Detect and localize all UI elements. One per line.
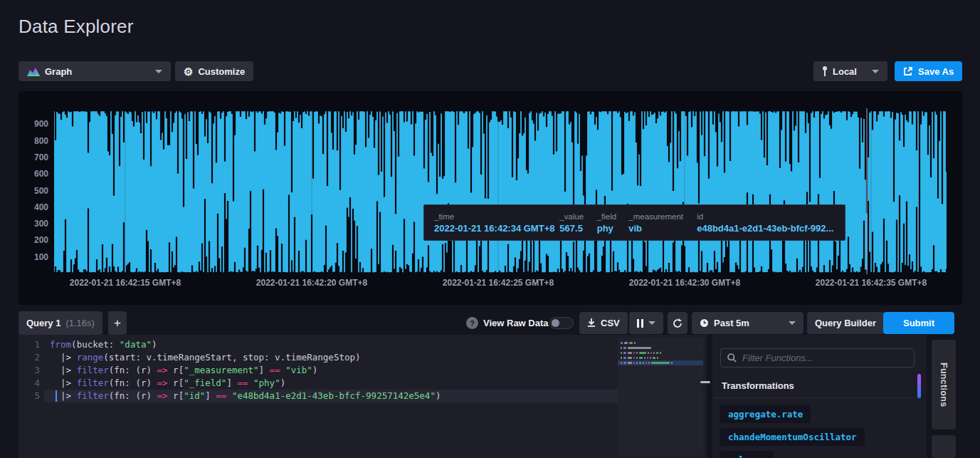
minimap-line [621, 352, 661, 354]
chevron-down-icon [648, 321, 655, 325]
code-text: |> filter(fn: (r) => r["_field"] == "phy… [50, 377, 285, 390]
gear-icon: ⚙ [184, 66, 193, 77]
tooltip-value: phy [597, 223, 629, 234]
time-series-plot[interactable] [54, 108, 947, 274]
time-range-dropdown[interactable]: Past 5m [692, 312, 804, 334]
csv-label: CSV [601, 318, 620, 328]
code-text: from(bucket: "data") [50, 338, 157, 351]
line-number: 4 [19, 377, 40, 390]
toggle-knob [552, 319, 559, 327]
refresh-button[interactable] [668, 312, 687, 334]
y-tick-label: 300 [20, 219, 48, 229]
clock-icon [700, 318, 709, 328]
view-raw-data-toggle[interactable] [549, 317, 574, 329]
query-tab-duration: (1.16s) [65, 318, 94, 328]
filter-functions-input[interactable] [720, 348, 915, 368]
x-tick-label: 2022-01-21 16:42:25 GMT+8 [431, 278, 566, 288]
tooltip-header: _time [434, 212, 559, 221]
tooltip-column: _measurementvib [628, 212, 697, 234]
code-text: |> range(start: v.timeRangeStart, stop: … [50, 351, 361, 364]
line-number: 5 [19, 390, 40, 402]
graph-panel: 900800700600500400300200100 2022-01-21 1… [19, 91, 962, 305]
tooltip-value: e48bd4a1-e2d1-43eb-bfcf-992... [697, 223, 835, 234]
view-type-dropdown[interactable]: Graph [19, 61, 171, 81]
minimap-line [621, 357, 658, 359]
code-line: 5 |> filter(fn: (r) => r["id"] == "e48bd… [19, 390, 707, 402]
time-range-label: Past 5m [714, 318, 749, 328]
local-label: Local [833, 66, 857, 77]
graph-type-icon [27, 66, 40, 76]
query-tab[interactable]: Query 1 (1.16s) [19, 311, 102, 335]
csv-download-button[interactable]: CSV [579, 312, 628, 334]
pause-dropdown-button[interactable] [629, 312, 663, 334]
y-tick-label: 700 [20, 152, 48, 162]
refresh-icon [673, 318, 683, 328]
transformations-section-title: Transformations [722, 380, 794, 391]
y-tick-label: 400 [20, 202, 48, 212]
view-type-label: Graph [45, 66, 72, 77]
save-as-button[interactable]: Save As [895, 61, 962, 81]
panel-scrollbar[interactable] [917, 374, 921, 398]
minimap-line [621, 362, 673, 364]
download-icon [587, 318, 596, 328]
customize-label: Customize [198, 66, 245, 77]
code-line: 3 |> filter(fn: (r) => r["_measurement"]… [19, 364, 707, 377]
y-tick-label: 100 [20, 252, 48, 262]
x-tick-label: 2022-01-21 16:42:30 GMT+8 [617, 278, 752, 288]
tooltip-column: _fieldphy [597, 212, 629, 234]
tooltip-header: _field [597, 212, 629, 221]
tooltip-value: 567.5 [559, 223, 596, 234]
editor-minimap[interactable] [618, 338, 703, 455]
query-tab-name: Query 1 [26, 318, 60, 328]
y-tick-label: 200 [20, 235, 48, 245]
line-number: 2 [19, 351, 40, 364]
tooltip-header: id [697, 212, 835, 221]
add-query-button[interactable]: + [108, 311, 127, 335]
y-tick-label: 500 [20, 186, 48, 196]
y-tick-label: 600 [20, 169, 48, 179]
pause-icon [637, 319, 643, 328]
tooltip-value: 2022-01-21 16:42:34 GMT+8 [434, 223, 559, 234]
section-divider [712, 397, 915, 398]
chevron-down-icon [872, 70, 879, 73]
save-as-label: Save As [918, 66, 954, 77]
view-raw-data-label: View Raw Data [483, 318, 549, 328]
tab-collapsed-secondary[interactable] [932, 435, 956, 458]
x-tick-label: 2022-01-21 16:42:20 GMT+8 [244, 278, 379, 288]
customize-button[interactable]: ⚙ Customize [175, 61, 253, 81]
y-tick-label: 900 [20, 119, 48, 129]
submit-button[interactable]: Submit [883, 312, 954, 334]
function-pill-columns[interactable]: columns [720, 451, 774, 458]
code-line: 1from(bucket: "data") [19, 338, 707, 351]
functions-panel: Transformations aggregate.ratechandeMome… [712, 335, 927, 458]
export-icon [903, 66, 913, 76]
panel-resize-handle[interactable] [700, 381, 710, 383]
tooltip-column: _time2022-01-21 16:42:34 GMT+8 [434, 212, 559, 234]
x-tick-label: 2022-01-21 16:42:35 GMT+8 [804, 278, 939, 288]
function-pill-chandemomentumoscillator[interactable]: chandeMomentumOscillator [720, 428, 865, 446]
tooltip-header: _measurement [628, 212, 697, 221]
plus-icon: + [114, 316, 121, 331]
tab-functions[interactable]: Functions [932, 340, 956, 430]
tooltip-column: ide48bd4a1-e2d1-43eb-bfcf-992... [697, 212, 835, 234]
line-number: 1 [19, 338, 40, 351]
function-pill-aggregate-rate[interactable]: aggregate.rate [720, 405, 811, 423]
flux-script-editor[interactable]: 1from(bucket: "data")2 |> range(start: v… [19, 335, 707, 458]
minimap-line [621, 347, 651, 349]
x-tick-label: 2022-01-21 16:42:15 GMT+8 [58, 278, 193, 288]
tooltip-column: _value567.5 [559, 212, 596, 234]
code-text: |> filter(fn: (r) => r["id"] == "e48bd4a… [50, 390, 441, 402]
y-tick-label: 800 [20, 136, 48, 146]
code-text: |> filter(fn: (r) => r["_measurement"] =… [50, 364, 317, 377]
help-icon[interactable]: ? [466, 317, 478, 329]
minimap-line [621, 342, 636, 344]
line-number: 3 [19, 364, 40, 377]
page-title: Data Explorer [19, 16, 134, 38]
hover-tooltip: _time2022-01-21 16:42:34 GMT+8_value567.… [423, 204, 845, 241]
query-builder-button[interactable]: Query Builder [807, 312, 884, 334]
local-dropdown[interactable]: Local [813, 61, 887, 81]
code-line: 2 |> range(start: v.timeRangeStart, stop… [19, 351, 707, 364]
chevron-down-icon [155, 70, 162, 73]
pin-icon [822, 66, 828, 76]
chevron-down-icon [789, 321, 796, 325]
